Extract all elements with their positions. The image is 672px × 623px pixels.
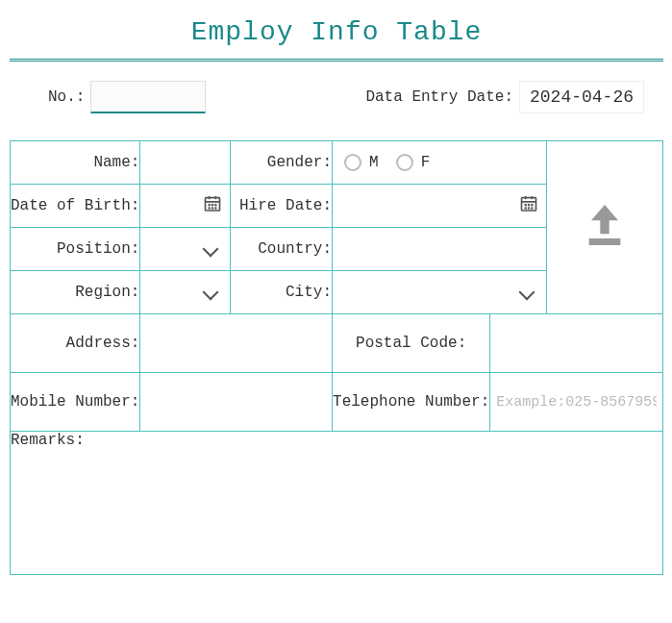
name-label: Name: [11,141,140,185]
gender-m-label: M [369,154,379,171]
form-grid: Name: Gender: M F [10,140,663,575]
gender-radio-m[interactable]: M [344,154,379,171]
mobile-input[interactable] [140,373,332,431]
city-select[interactable] [333,271,546,313]
country-input[interactable] [333,228,546,270]
city-input[interactable] [333,271,546,313]
upload-icon [578,198,632,257]
no-label: No.: [48,88,85,106]
gender-radio-f[interactable]: F [396,154,431,171]
gender-label: Gender: [231,141,333,185]
address-input[interactable] [140,314,332,372]
photo-upload-cell[interactable] [546,141,662,314]
city-label: City: [231,271,333,314]
telephone-input[interactable] [490,373,662,431]
gender-f-label: F [421,154,431,171]
radio-icon [396,154,413,171]
region-select[interactable] [140,271,230,313]
postal-input[interactable] [490,314,662,372]
hire-label: Hire Date: [231,185,333,228]
radio-icon [344,154,361,171]
name-input[interactable] [140,141,230,184]
hire-input[interactable] [333,185,546,227]
svg-rect-0 [589,238,621,245]
mobile-label: Mobile Number: [11,373,140,432]
dob-label: Date of Birth: [11,185,140,228]
entry-date-label: Data Entry Date: [365,88,513,106]
entry-date-input[interactable] [519,81,644,113]
divider [10,59,663,62]
region-label: Region: [11,271,140,314]
address-label: Address: [11,314,140,373]
dob-input[interactable] [140,185,230,227]
country-label: Country: [231,228,333,271]
remarks-textarea[interactable] [11,448,662,572]
postal-label: Postal Code: [333,314,490,373]
position-label: Position: [11,228,140,271]
no-input[interactable] [90,81,206,113]
page-title: Employ Info Table [10,10,663,59]
top-row: No.: Data Entry Date: [10,81,663,140]
position-select[interactable] [140,228,230,270]
telephone-label: Telephone Number: [333,373,490,432]
gender-radio-group: M F [333,141,546,184]
